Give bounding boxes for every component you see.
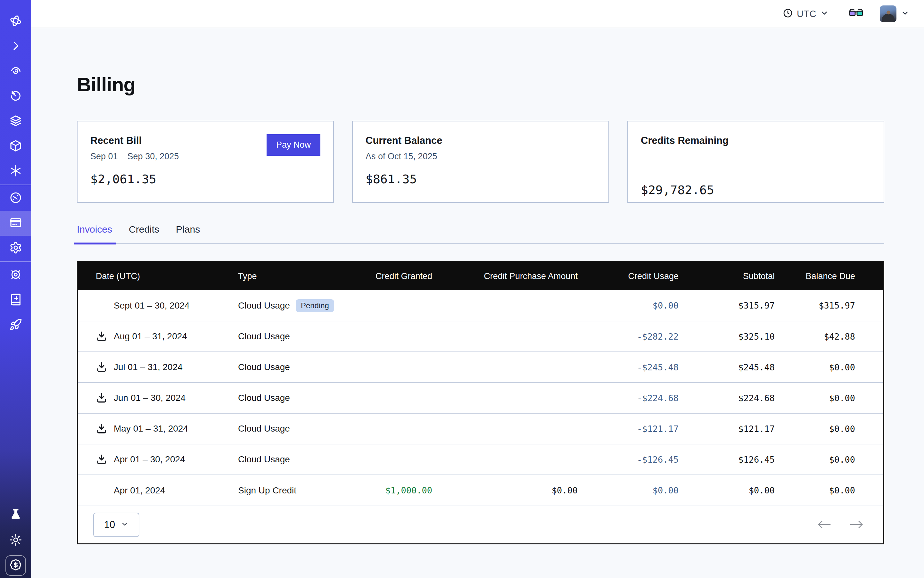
tab-invoices[interactable]: Invoices [77, 224, 112, 243]
credit-granted-value [353, 352, 432, 383]
billing-page: Billing Recent Bill Sep 01 – Sep 30, 202… [31, 73, 924, 544]
download-invoice-button[interactable] [96, 361, 107, 373]
sidebar-divider [0, 261, 31, 262]
billing-card-icon [9, 216, 22, 231]
previous-page-button[interactable] [817, 519, 831, 531]
credit-usage-value: $0.00 [578, 290, 679, 321]
chevron-down-icon[interactable] [901, 9, 909, 19]
sidebar [0, 0, 31, 578]
credit-usage-value: -$282.22 [578, 321, 679, 352]
icon-spacer [96, 485, 107, 496]
download-invoice-button[interactable] [96, 392, 107, 404]
table-row: Apr 01, 2024 Sign Up Credit $1,000.00 $0… [78, 475, 883, 506]
app-logo[interactable] [0, 9, 31, 34]
subtotal-value: $121.17 [679, 413, 775, 444]
page-size-select[interactable]: 10 [93, 513, 140, 537]
download-invoice-button[interactable] [96, 423, 107, 435]
subtotal-value: $0.00 [679, 475, 775, 506]
col-type: Type [225, 262, 353, 290]
recent-bill-amount: $2,061.35 [90, 172, 320, 186]
pay-now-button[interactable]: Pay Now [266, 134, 320, 156]
credit-usage-value: -$224.68 [578, 383, 679, 413]
credit-purchase-value [432, 290, 578, 321]
sidebar-item-layers[interactable] [0, 109, 31, 134]
download-invoice-button[interactable] [96, 331, 107, 342]
sidebar-item-history[interactable] [0, 84, 31, 109]
sidebar-item-labs[interactable] [0, 503, 31, 528]
docs-book-icon [9, 293, 22, 307]
credit-granted-value [353, 413, 432, 444]
sidebar-item-expand[interactable] [0, 34, 31, 59]
sidebar-item-theme[interactable] [0, 528, 31, 553]
reader-mode-button[interactable] [848, 7, 864, 21]
page-title: Billing [77, 73, 884, 96]
table-row: Aug 01 – 31, 2024 Cloud Usage -$282.22 $… [78, 321, 883, 352]
tab-plans[interactable]: Plans [176, 224, 200, 243]
sidebar-item-settings[interactable] [0, 236, 31, 261]
sidebar-item-credits-promo[interactable] [0, 553, 31, 578]
col-credit-granted: Credit Granted [353, 262, 432, 290]
billing-tabs: Invoices Credits Plans [77, 224, 884, 244]
credit-purchase-value [432, 321, 578, 352]
arrow-left-icon [817, 519, 831, 531]
invoice-date: Jun 01 – 30, 2024 [114, 393, 185, 403]
subtotal-value: $126.45 [679, 444, 775, 475]
sidebar-item-launch[interactable] [0, 313, 31, 338]
credit-purchase-value [432, 352, 578, 383]
sidebar-item-docs[interactable] [0, 288, 31, 313]
avatar[interactable] [880, 5, 896, 22]
next-page-button[interactable] [849, 519, 864, 531]
tab-credits[interactable]: Credits [129, 224, 159, 243]
table-footer: 10 [78, 506, 883, 543]
pagination [817, 519, 864, 531]
credits-remaining-amount: $29,782.65 [641, 183, 871, 197]
sidebar-item-helm[interactable] [0, 263, 31, 288]
clock-icon [783, 8, 793, 19]
balance-due-value: $42.88 [775, 321, 883, 352]
col-balance-due: Balance Due [775, 262, 883, 290]
insights-spiral-icon [9, 64, 22, 78]
cube-icon [9, 140, 22, 153]
invoices-table: Date (UTC) Type Credit Granted Credit Pu… [77, 261, 884, 544]
current-balance-card: Current Balance As of Oct 15, 2025 $861.… [352, 121, 609, 203]
subtotal-value: $245.48 [679, 352, 775, 383]
invoice-type: Cloud Usage [238, 393, 290, 403]
recent-bill-card: Recent Bill Sep 01 – Sep 30, 2025 $2,061… [77, 121, 334, 203]
gear-icon [9, 241, 22, 255]
sidebar-item-billing[interactable] [0, 211, 31, 236]
balance-due-value: $0.00 [775, 352, 883, 383]
invoice-type: Cloud Usage [238, 362, 290, 372]
card-subtitle: As of Oct 15, 2025 [365, 151, 596, 162]
table-row: Jun 01 – 30, 2024 Cloud Usage -$224.68 $… [78, 383, 883, 413]
topbar: UTC [31, 0, 924, 28]
subtotal-value: $224.68 [679, 383, 775, 413]
chevron-down-icon [820, 9, 828, 19]
col-credit-usage: Credit Usage [578, 262, 679, 290]
credit-usage-value: -$126.45 [578, 444, 679, 475]
sidebar-item-cube[interactable] [0, 134, 31, 159]
card-title: Current Balance [365, 135, 596, 146]
rocket-icon [9, 318, 22, 332]
sidebar-item-usage[interactable] [0, 186, 31, 211]
credit-purchase-value: $0.00 [432, 475, 578, 506]
invoice-date: Apr 01, 2024 [114, 485, 165, 496]
subtotal-value: $325.10 [679, 321, 775, 352]
table-row: Jul 01 – 31, 2024 Cloud Usage -$245.48 $… [78, 352, 883, 383]
invoice-date: Aug 01 – 31, 2024 [114, 331, 187, 341]
summary-cards: Recent Bill Sep 01 – Sep 30, 2025 $2,061… [77, 121, 884, 203]
download-invoice-button[interactable] [96, 454, 107, 465]
col-subtotal: Subtotal [679, 262, 775, 290]
sun-icon [9, 533, 22, 547]
table-row: May 01 – 31, 2024 Cloud Usage -$121.17 $… [78, 413, 883, 444]
helm-wheel-icon [9, 268, 22, 282]
balance-due-value: $0.00 [775, 475, 883, 506]
sidebar-item-insights[interactable] [0, 59, 31, 84]
credit-granted-value [353, 290, 432, 321]
balance-due-value: $315.97 [775, 290, 883, 321]
col-credit-purchase: Credit Purchase Amount [432, 262, 578, 290]
sidebar-item-services[interactable] [0, 159, 31, 184]
invoice-type: Sign Up Credit [238, 485, 296, 496]
timezone-selector[interactable]: UTC [783, 8, 828, 19]
dollar-badge-button[interactable] [5, 555, 26, 576]
credit-purchase-value [432, 444, 578, 475]
